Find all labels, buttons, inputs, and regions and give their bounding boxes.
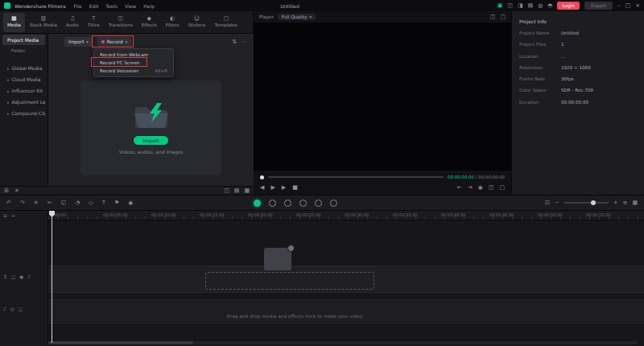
sidebar-item-compound-clip[interactable]: ▸ Compound Clip	[2, 108, 45, 118]
timeline-marker-icon[interactable]	[315, 200, 322, 207]
seek-track[interactable]	[268, 176, 444, 178]
menu-item-record-voiceover[interactable]: Record Voiceover Alt+R	[94, 67, 173, 75]
sidebar-item-cloud-media[interactable]: ▸ Cloud Media	[2, 74, 45, 84]
zoom-out-icon[interactable]: −	[555, 200, 559, 206]
timeline-scrollbar[interactable]	[48, 341, 638, 344]
minimize-button[interactable]: –	[617, 2, 621, 9]
menu-item-record-pc-screen[interactable]: Record PC Screen	[94, 59, 173, 67]
marker-icon[interactable]: ⚑	[114, 200, 119, 206]
user-account-icon[interactable]: ◍	[538, 3, 543, 9]
menu-item-record-from-webcam[interactable]: Record from Webcam	[94, 51, 173, 59]
new-folder-icon[interactable]: ⊞	[4, 188, 9, 194]
mark-out-icon[interactable]: ⇥	[468, 185, 473, 191]
tab-transitions[interactable]: ◫ Transitions	[105, 13, 137, 32]
tab-filters[interactable]: ◐ Filters	[162, 13, 184, 32]
zoom-in-icon[interactable]: +	[613, 200, 618, 206]
menu-file[interactable]: File	[74, 3, 82, 9]
delete-icon[interactable]: ✕	[34, 200, 39, 206]
sidebar-item-global-media[interactable]: ▸ Global Media	[2, 63, 45, 73]
auto-ripple-icon[interactable]	[284, 200, 291, 207]
tab-stock-media[interactable]: ▥ Stock Media	[26, 13, 61, 32]
audio-track[interactable]	[48, 299, 644, 325]
maximize-button[interactable]: □	[625, 2, 631, 9]
lock-track-icon[interactable]: ◻	[11, 274, 15, 279]
display-mode-icon[interactable]: ◫	[490, 14, 496, 20]
timeline-view-mode-icon[interactable]: ▦	[632, 200, 638, 206]
timeline-drop-zone[interactable]	[205, 272, 374, 290]
redo-icon[interactable]: ↷	[20, 200, 25, 206]
keyframe-icon[interactable]: ◇	[89, 200, 93, 206]
zoom-slider-handle[interactable]	[591, 200, 596, 205]
menu-edit[interactable]: Edit	[89, 3, 99, 9]
next-frame-button[interactable]: ▶	[282, 185, 286, 191]
seek-handle[interactable]	[260, 175, 264, 179]
undo-icon[interactable]: ↶	[6, 200, 11, 206]
fullscreen-icon[interactable]: ▢	[499, 185, 505, 191]
import-area-button[interactable]: Import	[134, 136, 169, 145]
mark-in-icon[interactable]: ⇤	[457, 185, 462, 191]
menu-view[interactable]: View	[125, 3, 136, 9]
tab-effects[interactable]: ◆ Effects	[138, 13, 161, 32]
track-height-icon[interactable]: ↕	[3, 274, 7, 279]
record-voiceover-button[interactable]	[254, 200, 261, 207]
snapshot-icon[interactable]: ◉	[128, 200, 133, 206]
previous-frame-button[interactable]: ◀	[260, 185, 264, 191]
timeline-ruler[interactable]: 00:00 00:00:05:00 00:00:10:00 00:00:15:0…	[48, 211, 644, 220]
tab-stickers[interactable]: ☺ Stickers	[184, 13, 209, 32]
timeline-scrollbar-thumb[interactable]	[48, 341, 193, 344]
sort-filter-icon[interactable]: ⇅	[232, 39, 237, 45]
track-menu-icon[interactable]: ≡	[3, 212, 7, 218]
sidebar-item-project-media[interactable]: Project Media	[2, 35, 45, 45]
tab-audio[interactable]: ♫ Audio	[62, 13, 83, 32]
hide-track-icon[interactable]: ◉	[19, 274, 23, 279]
sidebar-item-folder[interactable]: Folder	[0, 46, 47, 56]
fit-timeline-icon[interactable]: ⊡	[545, 200, 550, 206]
sidebar-item-adjustment-layer[interactable]: ▸ Adjustment La...	[2, 97, 45, 107]
more-options-icon[interactable]: ⋯	[242, 39, 247, 45]
import-button[interactable]: Import ▾	[64, 37, 93, 47]
screen-recorder-icon[interactable]: ◨	[518, 3, 523, 9]
mute-track-icon[interactable]: ♪	[27, 274, 31, 279]
playback-quality-dropdown[interactable]: Full Quality ▾	[278, 14, 316, 20]
split-icon[interactable]: ✂	[47, 200, 52, 206]
mute-audio-icon[interactable]: ♪	[3, 306, 6, 311]
text-tool-icon[interactable]: T	[102, 200, 105, 206]
close-button[interactable]: ×	[635, 2, 640, 9]
video-preview[interactable]	[254, 23, 511, 171]
keyboard-shortcut-icon[interactable]: ▤	[528, 3, 534, 9]
layout-icon[interactable]: ◫	[507, 3, 513, 9]
gift-icon[interactable]: ▣	[497, 3, 503, 9]
menu-tools[interactable]: Tools	[105, 3, 118, 9]
grid-view-icon[interactable]: ▦	[244, 188, 250, 194]
pip-view-icon[interactable]: ◫	[489, 185, 494, 191]
login-button[interactable]: Login	[557, 2, 580, 10]
play-button[interactable]: ▶	[270, 185, 275, 191]
sidebar-item-influencer-kit[interactable]: ▸ Influencer Kit	[2, 85, 45, 96]
snapshot-icon[interactable]: ◉	[478, 185, 483, 191]
timeline-keyframe-icon[interactable]	[299, 200, 307, 207]
media-toolbar: Import ▾ Record ▾ ⇅ ⋯	[48, 34, 254, 50]
zoom-slider[interactable]	[564, 202, 609, 204]
import-drop-area[interactable]: Import Videos, audios, and images	[80, 80, 221, 175]
lock-audio-icon[interactable]: ◻	[19, 306, 23, 311]
track-options-icon[interactable]: ≡	[623, 200, 628, 206]
stop-button[interactable]: ■	[292, 185, 298, 191]
tab-titles[interactable]: T Titles	[84, 13, 104, 32]
detach-player-icon[interactable]: ▢	[500, 14, 506, 20]
solo-audio-icon[interactable]: ◎	[10, 306, 14, 311]
add-track-icon[interactable]: +	[11, 212, 15, 218]
crop-icon[interactable]: ◱	[61, 200, 67, 206]
speed-icon[interactable]: ◔	[75, 200, 80, 206]
tab-media[interactable]: ▦ Media	[3, 13, 25, 32]
export-button[interactable]: Export	[584, 2, 613, 10]
delete-icon[interactable]: ✕	[14, 188, 19, 194]
audio-mixer-icon[interactable]	[330, 200, 337, 207]
notification-icon[interactable]: ◓	[547, 3, 552, 9]
tab-templates[interactable]: ▢ Templates	[211, 13, 242, 32]
magnet-snap-icon[interactable]	[269, 200, 276, 207]
thumbnail-size-icon[interactable]: ◫	[224, 188, 229, 194]
playhead[interactable]	[52, 211, 52, 343]
list-view-icon[interactable]: ▤	[234, 188, 240, 194]
menu-help[interactable]: Help	[143, 3, 155, 9]
record-button[interactable]: Record ▾	[97, 37, 132, 47]
